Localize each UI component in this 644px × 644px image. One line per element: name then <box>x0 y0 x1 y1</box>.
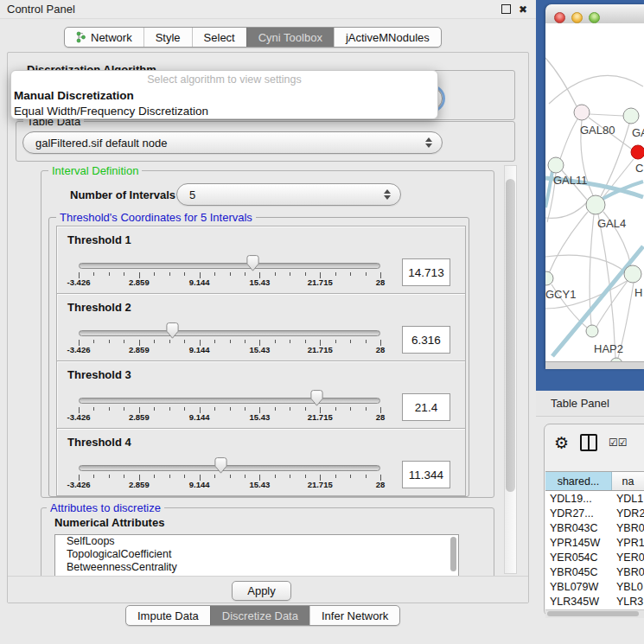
network-node[interactable] <box>624 265 641 283</box>
network-node[interactable] <box>586 195 605 214</box>
table-cell[interactable]: YDR27... <box>545 507 612 520</box>
network-window: GAL80GACGAL11GAL4GCY1HHAP2 <box>545 4 644 369</box>
combo-stepper-icon <box>425 137 432 148</box>
float-icon[interactable] <box>500 3 512 16</box>
table-data-combobox-value: galFiltered.sif default node <box>35 137 167 150</box>
table-cell[interactable]: YBL079W <box>545 581 612 593</box>
threshold-value-field[interactable]: 6.316 <box>402 326 450 354</box>
close-icon[interactable]: ✖ <box>517 3 529 16</box>
close-traffic-light-icon[interactable] <box>554 12 565 23</box>
network-node[interactable] <box>545 271 553 285</box>
slider-tick <box>214 340 215 343</box>
table-cell[interactable]: YBR045C <box>545 566 612 578</box>
table-data-combobox[interactable]: galFiltered.sif default node <box>22 131 443 154</box>
table-cell[interactable]: YPR145W <box>545 537 612 549</box>
attribute-list-item[interactable]: BetweennessCentrality <box>55 561 458 574</box>
threshold-slider-thumb[interactable] <box>246 255 259 271</box>
slider-tick <box>230 340 231 343</box>
slider-tick <box>366 272 367 276</box>
apply-button[interactable]: Apply <box>232 581 291 601</box>
slider-tick <box>93 340 94 343</box>
slider-tick <box>169 340 170 343</box>
threshold-slider-thumb[interactable] <box>166 322 179 339</box>
table-row[interactable]: YLR345WYLR3 <box>545 594 644 609</box>
slider-tick <box>109 407 110 411</box>
bottom-tab-impute-data[interactable]: Impute Data <box>126 606 210 625</box>
slider-tick-label: 9.144 <box>189 480 210 489</box>
tab-style[interactable]: Style <box>143 28 192 47</box>
table-column-header[interactable]: shared... <box>545 472 612 490</box>
table-cell[interactable]: YBL0 <box>612 581 644 593</box>
table-row[interactable]: YPR145WYPR1 <box>545 535 644 550</box>
table-cell[interactable]: YLR3 <box>612 596 644 608</box>
threshold-slider-thumb[interactable] <box>214 457 227 474</box>
minimize-traffic-light-icon[interactable] <box>571 12 583 23</box>
table-hscrollbar-track[interactable] <box>545 609 644 618</box>
settings-scrollbar-thumb[interactable] <box>506 179 515 492</box>
network-node[interactable] <box>623 108 639 124</box>
table-cell[interactable]: YER0 <box>612 552 644 564</box>
tab-cyni-toolbox[interactable]: Cyni Toolbox <box>246 28 334 47</box>
threshold-slider-track[interactable] <box>79 398 380 404</box>
slider-tick <box>124 475 124 478</box>
slider-tick <box>109 340 110 343</box>
threshold-slider-track[interactable] <box>79 263 380 269</box>
threshold-value-field[interactable]: 14.713 <box>402 258 450 286</box>
table-cell[interactable]: YDL19... <box>545 493 612 505</box>
tab-network[interactable]: Network <box>65 28 143 47</box>
network-node[interactable] <box>574 105 590 120</box>
table-row[interactable]: YBL079WYBL0 <box>545 579 644 594</box>
table-column-header[interactable]: na <box>612 472 644 490</box>
slider-tick-label: 2.859 <box>129 345 150 354</box>
settings-scrollbar-track[interactable] <box>504 165 517 574</box>
network-window-titlebar[interactable] <box>545 4 644 24</box>
table-cell[interactable]: YBR0 <box>612 522 644 534</box>
slider-tick <box>245 272 245 276</box>
dropdown-item[interactable]: Manual Discretization <box>11 87 437 103</box>
network-node[interactable] <box>631 145 644 159</box>
tab-label: jActiveMNodules <box>346 31 430 44</box>
network-canvas[interactable]: GAL80GACGAL11GAL4GCY1HHAP2 <box>545 23 644 361</box>
table-row[interactable]: YBR043CYBR0 <box>545 520 644 535</box>
table-cell[interactable]: YBR0 <box>612 566 644 578</box>
table-cell[interactable]: YLR345W <box>545 596 612 608</box>
slider-tick <box>124 340 124 343</box>
zoom-traffic-light-icon[interactable] <box>589 12 600 23</box>
table-row[interactable]: YER054CYER0 <box>545 550 644 564</box>
gear-icon[interactable]: ⚙ <box>554 435 569 451</box>
network-node[interactable] <box>548 157 564 173</box>
select-columns-checkboxes-icon[interactable]: ☑☑ <box>609 437 628 449</box>
table-row[interactable]: YDL19...YDL1 <box>545 491 644 506</box>
network-node[interactable] <box>586 325 598 337</box>
tab-label: Style <box>156 31 181 44</box>
threshold-slider-track[interactable] <box>79 465 380 471</box>
threshold-value-field[interactable]: 11.344 <box>402 461 450 488</box>
table-cell[interactable]: YDL1 <box>612 493 644 505</box>
table-cell[interactable]: YPR1 <box>612 537 644 549</box>
bottom-tab-infer-network[interactable]: Infer Network <box>309 606 399 625</box>
table-cell[interactable]: YDR2 <box>612 507 644 520</box>
threshold-slider-thumb[interactable] <box>310 390 323 406</box>
table-row[interactable]: YBR045CYBR0 <box>545 564 644 579</box>
slider-tick-label: -3.426 <box>67 345 91 354</box>
attribute-list-item[interactable]: TopologicalCoefficient <box>55 548 458 561</box>
attribute-list-item[interactable]: SelfLoops <box>55 535 458 548</box>
tab-select[interactable]: Select <box>192 28 246 47</box>
table-cell[interactable]: YER054C <box>545 552 612 564</box>
bottom-tab-discretize-data[interactable]: Discretize Data <box>210 606 309 625</box>
number-of-intervals-combobox[interactable]: 5 <box>176 183 401 206</box>
attributes-list-scrollbar[interactable] <box>450 537 456 571</box>
threshold-value-field[interactable]: 21.4 <box>402 393 450 421</box>
network-edge <box>549 212 588 273</box>
table-row[interactable]: YDR27...YDR2 <box>545 506 644 520</box>
slider-tick <box>290 407 290 411</box>
bottom-tab-label: Infer Network <box>322 609 388 622</box>
dropdown-item[interactable]: Equal Width/Frequency Discretization <box>11 103 437 118</box>
cyni-bottom-tab-bar: Impute DataDiscretize DataInfer Network <box>125 605 400 626</box>
tab-jactivemnodules[interactable]: jActiveMNodules <box>334 28 441 47</box>
table-hscrollbar-thumb[interactable] <box>547 611 639 616</box>
float-icon-glyph <box>501 4 511 14</box>
threshold-slider-track[interactable] <box>79 330 380 336</box>
table-cell[interactable]: YBR043C <box>545 522 612 534</box>
columns-icon[interactable] <box>580 434 597 451</box>
